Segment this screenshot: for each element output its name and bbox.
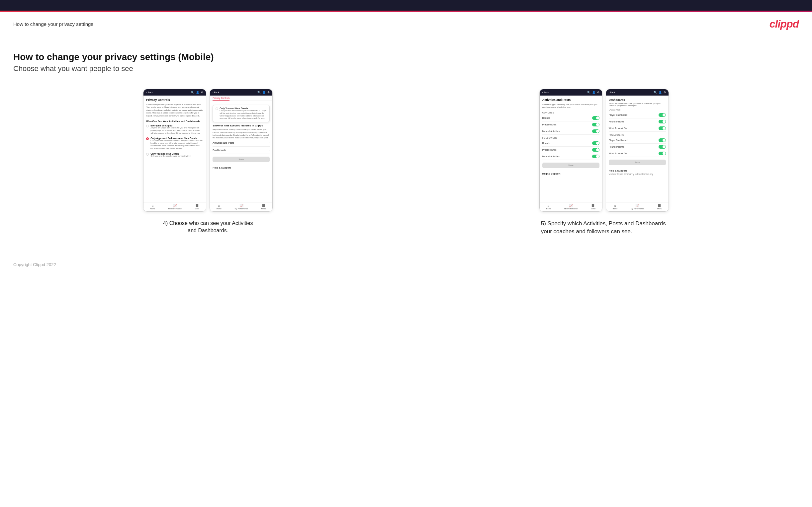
coaches-player-toggle[interactable] <box>659 113 666 117</box>
followers-insights-toggle[interactable] <box>659 145 666 149</box>
person-icon-2[interactable]: 👤 <box>262 91 266 94</box>
privacy-controls-tab[interactable]: Privacy Controls <box>212 97 230 101</box>
home-icon-3: ⌂ <box>548 204 550 207</box>
coaches-rounds-toggle[interactable] <box>592 116 600 120</box>
coaches-insights-toggle[interactable] <box>659 120 666 123</box>
phone-4-nav-menu[interactable]: ☰ Menu <box>657 204 662 210</box>
menu-label-3: Menu <box>591 208 596 210</box>
phone-3-followers-drills: Practice Drills <box>542 147 600 153</box>
phone-2-nav-icons: 🔍 👤 ⚙ <box>257 91 270 94</box>
phone-2-show-hide: Show or hide specific features in Clippd… <box>212 124 270 139</box>
home-icon-2: ⌂ <box>218 204 220 207</box>
search-icon-4[interactable]: 🔍 <box>654 91 657 94</box>
phone-1-nav-menu[interactable]: ☰ Menu <box>195 204 200 210</box>
phone-1-content: Privacy Controls Control how you and you… <box>144 96 206 202</box>
phone-3-save-btn[interactable]: Save <box>542 163 600 168</box>
mockup-group-left: ‹ Back 🔍 👤 ⚙ Privacy Controls Control ho… <box>13 89 403 235</box>
phone-4-followers-player: Player Dashboard <box>609 137 666 144</box>
menu-icon: ☰ <box>196 204 199 207</box>
phone-3-coaches-manual: Manual Activities <box>542 128 600 135</box>
menu-icon-3: ☰ <box>592 204 595 207</box>
show-hide-title: Show or hide specific features in Clippd <box>212 124 270 127</box>
mockup-row: ‹ Back 🔍 👤 ⚙ Privacy Controls Control ho… <box>13 89 799 236</box>
phone-4-coaches-label: COACHES <box>609 109 666 111</box>
mockup-group-right: ‹ Back 🔍 👤 ⚙ Activities and Posts Select… <box>409 89 799 236</box>
phone-3-nav-performance[interactable]: 📈 My Performance <box>564 204 577 210</box>
menu-icon-2: ☰ <box>262 204 265 207</box>
phone-2-back[interactable]: ‹ Back <box>212 91 219 94</box>
phone-4-nav-performance[interactable]: 📈 My Performance <box>631 204 644 210</box>
phone-1: ‹ Back 🔍 👤 ⚙ Privacy Controls Control ho… <box>143 89 206 212</box>
phone-2-bottom-nav: ⌂ Home 📈 My Performance ☰ Menu <box>210 202 272 211</box>
dropdown-desc: Only you and the coaches you connect wit… <box>219 110 267 120</box>
person-icon-4[interactable]: 👤 <box>659 91 662 94</box>
followers-workOn-toggle[interactable] <box>659 152 666 155</box>
phone-4-followers-label: FOLLOWERS <box>609 134 666 136</box>
performance-label-3: My Performance <box>564 208 577 210</box>
search-icon-3[interactable]: 🔍 <box>587 91 591 94</box>
settings-icon-3[interactable]: ⚙ <box>597 91 600 94</box>
settings-icon-2[interactable]: ⚙ <box>267 91 270 94</box>
performance-icon-4: 📈 <box>635 204 639 207</box>
radio-option-2[interactable]: Only You and Your Coach Only you and the… <box>146 153 203 158</box>
phone-4: ‹ Back 🔍 👤 ⚙ Dashboards Select the dashb… <box>606 89 669 212</box>
page-subtitle: Choose what you want people to see <box>13 64 799 73</box>
settings-icon[interactable]: ⚙ <box>201 91 203 94</box>
followers-player-toggle[interactable] <box>659 138 666 142</box>
phone-4-nav-home[interactable]: ⌂ Home <box>613 204 618 210</box>
phone-2-nav: ‹ Back 🔍 👤 ⚙ <box>210 89 272 96</box>
coaches-player-label: Player Dashboard <box>609 114 627 116</box>
phone-4-back[interactable]: ‹ Back <box>609 91 615 94</box>
radio-sublabel-0: Anyone on Clippd can search for you and … <box>150 127 203 134</box>
phone-1-back[interactable]: ‹ Back <box>146 91 153 94</box>
phone-4-dashboards-desc: Select the dashboards that you'd like to… <box>609 103 666 107</box>
followers-manual-toggle[interactable] <box>592 155 600 158</box>
phone-2-save-btn[interactable]: Save <box>212 157 270 162</box>
settings-icon-4[interactable]: ⚙ <box>664 91 666 94</box>
phone-2-nav-menu[interactable]: ☰ Menu <box>261 204 266 210</box>
phone-4-followers-insights: Round Insights <box>609 144 666 150</box>
phone-2: ‹ Back 🔍 👤 ⚙ Privacy Controls <box>210 89 273 212</box>
phone-2-dashboards-row[interactable]: Dashboards › <box>212 147 270 154</box>
phone-3-coaches-label: COACHES <box>542 111 600 114</box>
menu-label-2: Menu <box>261 208 266 210</box>
coaches-drills-toggle[interactable] <box>592 123 600 126</box>
coaches-workOn-toggle[interactable] <box>659 126 666 130</box>
phone-1-nav-performance[interactable]: 📈 My Performance <box>168 204 182 210</box>
phone-3-nav-menu[interactable]: ☰ Menu <box>591 204 596 210</box>
person-icon-3[interactable]: 👤 <box>592 91 596 94</box>
radio-text-0: Everyone on Clippd Anyone on Clippd can … <box>150 124 203 134</box>
followers-rounds-toggle[interactable] <box>592 142 600 145</box>
phone-4-nav-icons: 🔍 👤 ⚙ <box>654 91 666 94</box>
search-icon-2[interactable]: 🔍 <box>257 91 261 94</box>
radio-option-1[interactable]: Only Approved Followers and Your Coach O… <box>146 137 203 150</box>
search-icon[interactable]: 🔍 <box>191 91 194 94</box>
caption-right: 5) Specify which Activities, Posts and D… <box>541 220 667 236</box>
phone-1-nav: ‹ Back 🔍 👤 ⚙ <box>144 89 206 96</box>
phone-3-nav-home[interactable]: ⌂ Home <box>546 204 551 210</box>
phone-1-privacy-title: Privacy Controls <box>146 98 203 102</box>
performance-icon-3: 📈 <box>569 204 573 207</box>
phone-4-coaches-workOn: What To Work On <box>609 125 666 132</box>
phone-4-save-btn[interactable]: Save <box>609 160 666 165</box>
radio-circle-2 <box>146 153 149 156</box>
phone-2-nav-home[interactable]: ⌂ Home <box>216 204 221 210</box>
person-icon[interactable]: 👤 <box>196 91 199 94</box>
followers-drills-toggle[interactable] <box>592 148 600 152</box>
phone-1-nav-home[interactable]: ⌂ Home <box>150 204 155 210</box>
phone-4-bottom-nav: ⌂ Home 📈 My Performance ☰ Menu <box>606 202 668 211</box>
phone-2-nav-performance[interactable]: 📈 My Performance <box>235 204 248 210</box>
home-label: Home <box>150 208 155 210</box>
phone-2-activities-row[interactable]: Activities and Posts › <box>212 139 270 147</box>
coaches-manual-toggle[interactable] <box>592 129 600 133</box>
phone-4-dashboards-title: Dashboards <box>609 98 666 102</box>
dropdown-text: Only You and Your Coach Only you and the… <box>219 107 267 120</box>
mockup-phones-right: ‹ Back 🔍 👤 ⚙ Activities and Posts Select… <box>539 89 669 212</box>
copyright: Copyright Clippd 2022 <box>13 262 56 267</box>
menu-label: Menu <box>195 208 200 210</box>
phone-1-nav-icons: 🔍 👤 ⚙ <box>191 91 203 94</box>
phone-3-nav: ‹ Back 🔍 👤 ⚙ <box>540 89 602 96</box>
phone-3: ‹ Back 🔍 👤 ⚙ Activities and Posts Select… <box>539 89 602 212</box>
phone-3-back[interactable]: ‹ Back <box>542 91 549 94</box>
radio-option-0[interactable]: Everyone on Clippd Anyone on Clippd can … <box>146 124 203 134</box>
